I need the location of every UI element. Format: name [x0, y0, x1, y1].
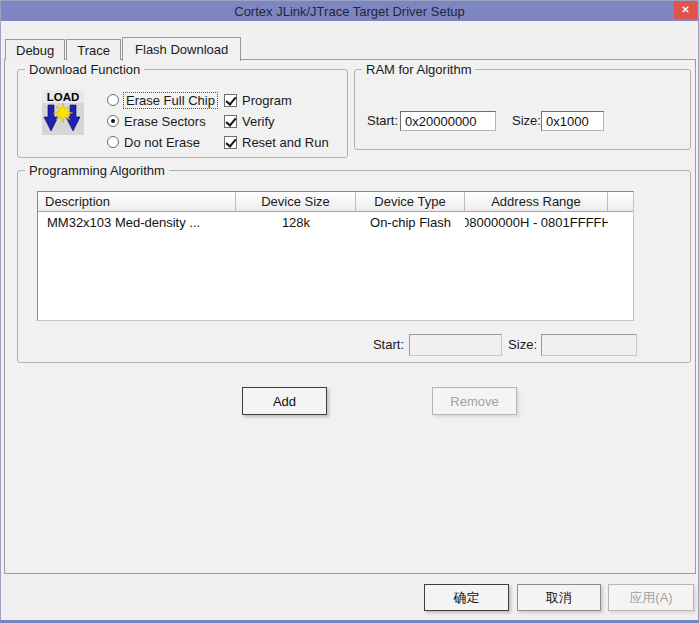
titlebar[interactable]: Cortex JLink/JTrace Target Driver Setup …: [1, 1, 698, 21]
remove-button: Remove: [432, 387, 517, 415]
close-icon: ✕: [681, 5, 689, 15]
cell-description: MM32x103 Med-density ...: [38, 215, 236, 230]
ram-start-label: Start:: [367, 111, 398, 131]
checkbox-program[interactable]: Program: [224, 92, 292, 108]
download-function-group: Download Function LOAD Erase Full Chip E…: [17, 69, 348, 158]
algorithm-list-header: Description Device Size Device Type Addr…: [38, 192, 633, 212]
column-header-address-range[interactable]: Address Range: [465, 192, 608, 211]
radio-erase-full-chip-label: Erase Full Chip: [124, 93, 217, 108]
apply-button: 应用(A): [608, 584, 694, 611]
tab-flash-download[interactable]: Flash Download: [122, 37, 241, 61]
tab-page-flash-download: Download Function LOAD Erase Full Chip E…: [4, 59, 696, 574]
cancel-button[interactable]: 取消: [517, 584, 601, 611]
algo-size-label: Size:: [491, 335, 537, 355]
radio-button-icon: [107, 115, 119, 127]
checkbox-reset-and-run-label: Reset and Run: [242, 135, 329, 150]
programming-algorithm-group: Programming Algorithm Description Device…: [17, 170, 691, 363]
checkbox-icon: [224, 115, 237, 128]
checkbox-verify-label: Verify: [242, 114, 275, 129]
checkbox-verify[interactable]: Verify: [224, 113, 275, 129]
download-function-legend: Download Function: [25, 62, 144, 77]
checkbox-icon: [224, 94, 237, 107]
checkbox-icon: [224, 136, 237, 149]
column-header-description[interactable]: Description: [38, 192, 236, 211]
add-button[interactable]: Add: [242, 387, 327, 415]
algo-start-input: [409, 334, 502, 356]
programming-algorithm-legend: Programming Algorithm: [25, 163, 169, 178]
radio-erase-full-chip[interactable]: Erase Full Chip: [107, 92, 217, 108]
column-header-empty[interactable]: [608, 192, 633, 211]
column-header-device-size[interactable]: Device Size: [236, 192, 356, 211]
tab-debug[interactable]: Debug: [5, 39, 65, 60]
ram-size-input[interactable]: [541, 111, 604, 131]
cell-device-type: On-chip Flash: [356, 215, 465, 230]
checkbox-program-label: Program: [242, 93, 292, 108]
column-header-device-type[interactable]: Device Type: [356, 192, 465, 211]
radio-erase-sectors[interactable]: Erase Sectors: [107, 113, 206, 129]
close-button[interactable]: ✕: [674, 1, 697, 19]
ram-for-algorithm-group: RAM for Algorithm Start: Size:: [354, 69, 691, 150]
tab-trace[interactable]: Trace: [66, 39, 121, 60]
ok-button[interactable]: 确定: [424, 584, 509, 611]
load-icon: LOAD: [42, 90, 84, 135]
algo-start-label: Start:: [356, 335, 404, 355]
dialog-window: Cortex JLink/JTrace Target Driver Setup …: [0, 0, 699, 623]
radio-do-not-erase[interactable]: Do not Erase: [107, 134, 200, 150]
radio-button-icon: [107, 94, 119, 106]
algorithm-row[interactable]: MM32x103 Med-density ... 128k On-chip Fl…: [38, 212, 633, 232]
ram-start-input[interactable]: [400, 111, 496, 131]
algo-size-input: [541, 334, 637, 356]
cell-address-range: 08000000H - 0801FFFFH: [465, 215, 608, 230]
ram-size-label: Size:: [512, 111, 541, 131]
radio-erase-sectors-label: Erase Sectors: [124, 114, 206, 129]
svg-text:LOAD: LOAD: [47, 91, 80, 103]
dialog-title: Cortex JLink/JTrace Target Driver Setup: [234, 4, 464, 19]
cell-device-size: 128k: [236, 215, 356, 230]
ram-for-algorithm-legend: RAM for Algorithm: [362, 62, 475, 77]
radio-button-icon: [107, 136, 119, 148]
tab-strip: Debug Trace Flash Download: [5, 36, 242, 60]
algorithm-list[interactable]: Description Device Size Device Type Addr…: [37, 191, 634, 321]
checkbox-reset-and-run[interactable]: Reset and Run: [224, 134, 329, 150]
radio-do-not-erase-label: Do not Erase: [124, 135, 200, 150]
